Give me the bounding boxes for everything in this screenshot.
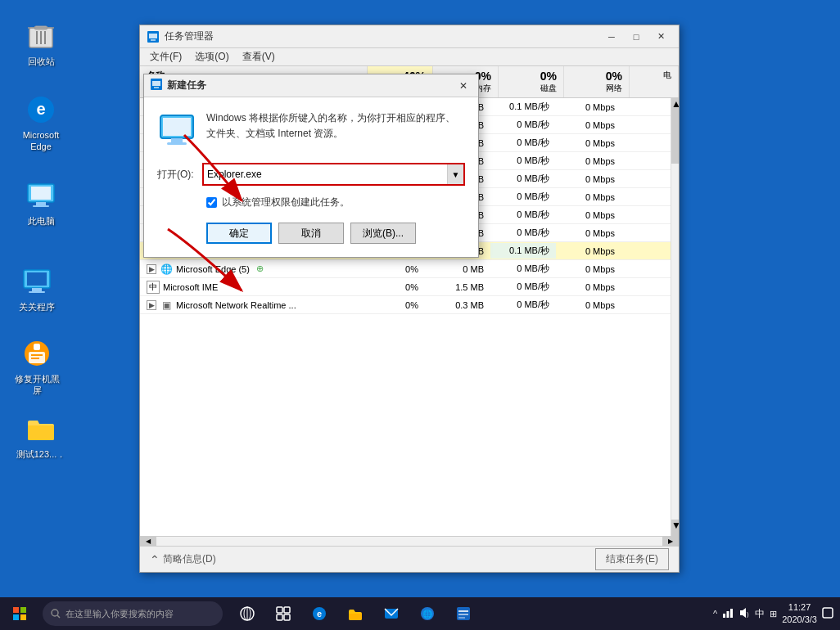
browse-button[interactable]: 浏览(B)... [350,223,416,244]
scroll-right-btn[interactable]: ▶ [662,537,679,547]
shutdown-icon [20,265,53,298]
dialog-input-row: 打开(O): ▼ [157,163,465,186]
expand-icon[interactable]: ▶ [147,300,156,310]
svg-rect-60 [823,608,833,618]
svg-rect-13 [27,272,47,286]
taskbar-mail-button[interactable] [375,597,408,630]
svg-rect-20 [31,358,39,359]
desktop-icon-edge[interactable]: e MicrosoftEdge [12,90,70,156]
cancel-button[interactable]: 取消 [278,223,344,244]
start-button[interactable] [0,597,39,630]
svg-text:🌐: 🌐 [422,609,433,619]
svg-rect-52 [458,610,468,612]
expand-icon[interactable]: ▶ [147,264,156,274]
task-manager-menubar: 文件(F) 选项(O) 查看(V) [140,48,679,66]
network-icon[interactable] [722,607,734,620]
menu-view[interactable]: 查看(V) [236,48,282,65]
svg-rect-19 [31,354,43,356]
tray-chevron-icon[interactable]: ^ [713,609,717,619]
task-manager-title: 任务管理器 [165,29,600,43]
col-disk[interactable]: 0% 磁盘 [499,66,564,97]
col-power[interactable]: 电 [630,66,679,97]
ok-button[interactable]: 确定 [206,223,272,244]
end-task-button[interactable]: 结束任务(E) [595,548,669,570]
dialog-title: 新建任务 [167,79,455,92]
taskbar-app-icons: e 🌐 [231,597,480,630]
svg-rect-45 [284,614,290,620]
process-name: Microsoft IME [163,282,218,292]
dialog-close-button[interactable]: ✕ [455,78,472,94]
scroll-left-btn[interactable]: ◀ [140,537,156,547]
table-row[interactable]: 中 Microsoft IME 0% 1.5 MB 0 MB/秒 0 Mbps [140,278,671,296]
desktop-icon-fix[interactable]: 修复开机黑屏 [8,334,65,400]
dialog-titlebar: 新建任务 ✕ [144,74,478,97]
maximize-button[interactable]: □ [625,29,648,45]
svg-rect-15 [29,291,45,293]
process-name: Microsoft Edge (5) [176,264,250,274]
taskbar: 在这里输入你要搜索的内容 e [0,597,840,630]
recycle-bin-icon [25,20,57,52]
folder-icon [25,412,57,445]
svg-rect-11 [33,205,49,207]
taskbar-edge-button[interactable]: e [303,597,336,630]
table-row[interactable]: ▶ 🌐 Microsoft Edge (5) ⊕ 0% 0 MB 0 MB/秒 … [140,260,671,278]
menu-file[interactable]: 文件(F) [143,48,188,65]
svg-rect-42 [277,607,282,613]
dialog-icon [151,79,162,92]
scroll-thumb[interactable] [671,115,679,164]
dialog-checkbox-row: 以系统管理权限创建此任务。 [157,196,465,209]
svg-text:): ) [747,610,749,618]
desktop-icon-test[interactable]: 测试123...． [12,409,70,463]
desktop-icon-recycle[interactable]: 回收站 [12,16,70,70]
svg-rect-43 [284,607,290,613]
svg-rect-34 [20,607,26,613]
search-placeholder: 在这里输入你要搜索的内容 [65,608,174,620]
svg-rect-10 [36,202,46,205]
svg-rect-25 [152,81,160,86]
svg-rect-30 [167,142,187,145]
taskbar-task-view-button[interactable] [231,597,264,630]
volume-icon[interactable]: ) [738,607,750,620]
dialog-top-area: Windows 将根据你所键入的名称，为你打开相应的程序、 文件夹、文档或 In… [157,110,465,150]
scroll-down-btn[interactable]: ▼ [671,520,679,536]
taskbar-multitasking-button[interactable] [267,597,300,630]
minimize-button[interactable]: ─ [600,29,623,45]
task-manager-titlebar: 任务管理器 ─ □ ✕ [140,25,679,48]
desktop-icon-this-pc[interactable]: 此电脑 [12,176,70,230]
dialog-open-input[interactable] [204,164,447,184]
scroll-up-btn[interactable]: ▲ [671,98,679,115]
horizontal-scrollbar[interactable]: ◀ ▶ [140,536,679,546]
taskbar-time-display: 11:27 [782,601,817,614]
taskbar-clock[interactable]: 11:27 2020/3/3 [782,601,817,627]
col-network[interactable]: 0% 网络 [564,66,630,97]
svg-rect-17 [34,344,40,350]
svg-marker-58 [740,608,746,618]
svg-rect-23 [151,39,156,41]
dropdown-arrow-button[interactable]: ▼ [447,164,463,184]
scrollbar[interactable]: ▲ ▼ [671,98,679,536]
taskbar-explorer-button[interactable] [339,597,372,630]
summary-info-btn[interactable]: ⌃ 简略信息(D) [150,552,216,566]
table-row[interactable]: ▶ ▣ Microsoft Network Realtime ... 0% 0.… [140,296,671,314]
task-manager-bottom: ⌃ 简略信息(D) 结束任务(E) [140,546,679,572]
svg-rect-57 [730,609,733,618]
display-settings-icon[interactable]: ⊞ [770,609,777,619]
taskbar-search[interactable]: 在这里输入你要搜索的内容 [43,601,223,626]
taskbar-ie-button[interactable]: 🌐 [411,597,444,630]
svg-rect-44 [277,614,282,620]
taskbar-taskmanager-button[interactable] [447,597,480,630]
ime-indicator[interactable]: 中 [755,607,765,621]
edge-label: MicrosoftEdge [23,129,60,153]
dialog-input-label: 打开(O): [157,168,202,182]
svg-line-38 [57,615,60,618]
chevron-up-icon: ⌃ [150,553,160,566]
menu-options[interactable]: 选项(O) [188,48,235,65]
close-button[interactable]: ✕ [649,29,672,45]
process-name: Microsoft Network Realtime ... [176,300,296,310]
new-task-dialog: 新建任务 ✕ Windows 将根据你所键入的名称，为你打开相应的程序、 文件夹… [143,74,479,258]
desktop-icon-shutdown[interactable]: 关关程序 [8,262,65,316]
admin-checkbox[interactable] [206,197,217,208]
this-pc-label: 此电脑 [28,215,55,227]
svg-rect-26 [154,87,159,88]
notification-button[interactable] [822,607,833,620]
